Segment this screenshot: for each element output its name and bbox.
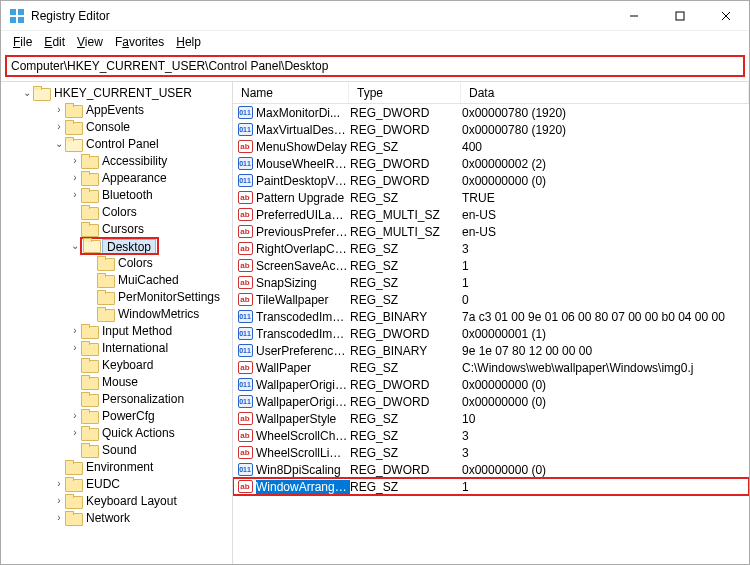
list-row[interactable]: abWindowArrange...REG_SZ1 [233,478,749,495]
tree-node[interactable]: Keyboard [1,356,232,373]
column-name[interactable]: Name [233,83,349,103]
list-row[interactable]: 011PaintDesktopVer...REG_DWORD0x00000000… [233,172,749,189]
reg-binary-icon: 011 [237,343,253,359]
regedit-icon [9,8,25,24]
value-type: REG_DWORD [350,327,462,341]
tree-node[interactable]: ›Appearance [1,169,232,186]
chevron-right-icon[interactable]: › [53,512,65,523]
tree-node[interactable]: ›International [1,339,232,356]
list-row[interactable]: abPreviousPreferre...REG_MULTI_SZen-US [233,223,749,240]
value-type: REG_DWORD [350,463,462,477]
chevron-right-icon[interactable]: › [69,155,81,166]
column-data[interactable]: Data [461,83,749,103]
tree-label: Bluetooth [100,188,155,202]
list-row[interactable]: 011TranscodedImag...REG_DWORD0x00000001 … [233,325,749,342]
chevron-right-icon[interactable]: › [53,495,65,506]
list-row[interactable]: abMenuShowDelayREG_SZ400 [233,138,749,155]
tree-node[interactable]: ⌄Desktop [1,237,232,254]
list-row[interactable]: abWheelScrollLinesREG_SZ3 [233,444,749,461]
tree-node[interactable]: ›Input Method [1,322,232,339]
tree-node-root[interactable]: ⌄ HKEY_CURRENT_USER [1,84,232,101]
tree-node[interactable]: Mouse [1,373,232,390]
tree-node[interactable]: ›AppEvents [1,101,232,118]
tree-node[interactable]: ›EUDC [1,475,232,492]
maximize-button[interactable] [657,1,703,31]
list-row[interactable]: 011MaxMonitorDi...REG_DWORD0x00000780 (1… [233,104,749,121]
tree-node[interactable]: MuiCached [1,271,232,288]
menu-help[interactable]: Help [170,33,207,51]
chevron-down-icon[interactable]: ⌄ [69,240,81,251]
tree-node[interactable]: ⌄Control Panel [1,135,232,152]
tree-node[interactable]: ›PowerCfg [1,407,232,424]
tree-node[interactable]: ›Network [1,509,232,526]
value-data: 0x00000000 (0) [462,463,749,477]
list-row[interactable]: abTileWallpaperREG_SZ0 [233,291,749,308]
list-row[interactable]: 011MouseWheelRo...REG_DWORD0x00000002 (2… [233,155,749,172]
address-bar[interactable] [5,55,745,77]
menu-favorites[interactable]: Favorites [109,33,170,51]
chevron-down-icon[interactable]: ⌄ [21,87,33,98]
tree-label: Network [84,511,132,525]
menu-edit[interactable]: Edit [38,33,71,51]
list-row[interactable]: 011TranscodedImag...REG_BINARY7a c3 01 0… [233,308,749,325]
menu-view[interactable]: View [71,33,109,51]
list-row[interactable]: abPreferredUILang...REG_MULTI_SZen-US [233,206,749,223]
close-button[interactable] [703,1,749,31]
column-type[interactable]: Type [349,83,461,103]
value-name: WallpaperOriginX [256,378,350,392]
list-row[interactable]: 011UserPreferences...REG_BINARY9e 1e 07 … [233,342,749,359]
list-row[interactable]: abWheelScrollCharsREG_SZ3 [233,427,749,444]
reg-binary-icon: 011 [237,122,253,138]
tree-node[interactable]: Cursors [1,220,232,237]
chevron-right-icon[interactable]: › [69,189,81,200]
value-data: 9e 1e 07 80 12 00 00 00 [462,344,749,358]
chevron-right-icon[interactable]: › [69,325,81,336]
tree-node[interactable]: ›Console [1,118,232,135]
chevron-down-icon[interactable]: ⌄ [53,138,65,149]
chevron-right-icon[interactable]: › [69,410,81,421]
tree-node[interactable]: Personalization [1,390,232,407]
value-name: Win8DpiScaling [256,463,350,477]
menu-file[interactable]: File [7,33,38,51]
list-row[interactable]: 011WallpaperOriginXREG_DWORD0x00000000 (… [233,376,749,393]
tree-label: PowerCfg [100,409,157,423]
tree-node[interactable]: Colors [1,203,232,220]
list-row[interactable]: 011MaxVirtualDeskt...REG_DWORD0x00000780… [233,121,749,138]
minimize-button[interactable] [611,1,657,31]
tree-node[interactable]: ›Quick Actions [1,424,232,441]
tree-node[interactable]: Sound [1,441,232,458]
tree-node[interactable]: ›Keyboard Layout [1,492,232,509]
list-row[interactable]: abScreenSaveActiveREG_SZ1 [233,257,749,274]
value-name: TileWallpaper [256,293,350,307]
chevron-right-icon[interactable]: › [69,172,81,183]
value-name: MaxMonitorDi... [256,106,350,120]
value-data: 10 [462,412,749,426]
value-data: 0x00000000 (0) [462,174,749,188]
tree-node[interactable]: ›Accessibility [1,152,232,169]
chevron-right-icon[interactable]: › [53,104,65,115]
tree-node[interactable]: WindowMetrics [1,305,232,322]
tree-label: Sound [100,443,139,457]
tree-node[interactable]: ›Bluetooth [1,186,232,203]
tree-label: Mouse [100,375,140,389]
tree-node[interactable]: Environment [1,458,232,475]
list-row[interactable]: abWallPaperREG_SZC:\Windows\web\wallpape… [233,359,749,376]
list-row[interactable]: abWallpaperStyleREG_SZ10 [233,410,749,427]
value-list[interactable]: Name Type Data 011MaxMonitorDi...REG_DWO… [233,82,749,564]
reg-string-icon: ab [237,360,253,376]
chevron-right-icon[interactable]: › [69,342,81,353]
list-row[interactable]: abPattern UpgradeREG_SZTRUE [233,189,749,206]
chevron-right-icon[interactable]: › [53,121,65,132]
tree-node[interactable]: PerMonitorSettings [1,288,232,305]
chevron-right-icon[interactable]: › [53,478,65,489]
list-row[interactable]: 011WallpaperOriginYREG_DWORD0x00000000 (… [233,393,749,410]
value-data: 3 [462,446,749,460]
list-row[interactable]: abSnapSizingREG_SZ1 [233,274,749,291]
titlebar[interactable]: Registry Editor [1,1,749,31]
key-tree[interactable]: ⌄ HKEY_CURRENT_USER ›AppEvents›Console⌄C… [1,82,233,564]
chevron-right-icon[interactable]: › [69,427,81,438]
list-row[interactable]: 011Win8DpiScalingREG_DWORD0x00000000 (0) [233,461,749,478]
list-row[interactable]: abRightOverlapCh...REG_SZ3 [233,240,749,257]
value-name: UserPreferences... [256,344,350,358]
tree-node[interactable]: Colors [1,254,232,271]
